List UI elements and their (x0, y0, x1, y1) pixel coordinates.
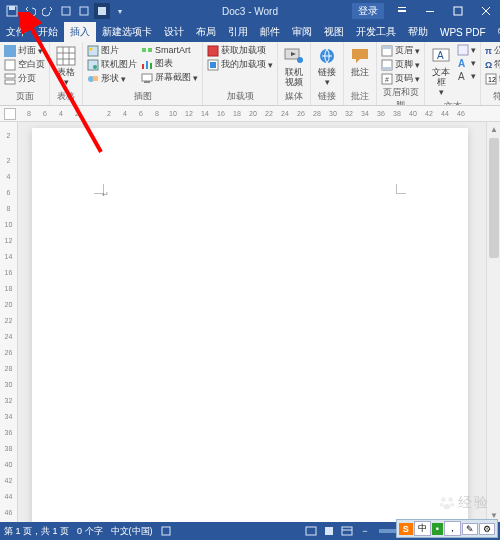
comment-button[interactable]: 批注 (348, 44, 372, 79)
login-button[interactable]: 登录 (352, 3, 384, 19)
page-break-button[interactable]: 分页 (4, 72, 45, 85)
tab-layout[interactable]: 布局 (190, 22, 222, 42)
wordart-button[interactable]: A▾ (457, 57, 476, 69)
group-label: 符号 (485, 89, 500, 105)
tab-home[interactable]: 开始 (32, 22, 64, 42)
dropcap-button[interactable]: A▾ (457, 70, 476, 82)
qat-button[interactable] (94, 3, 110, 19)
cover-page-button[interactable]: 封面 ▾ (4, 44, 45, 57)
svg-rect-13 (57, 47, 75, 65)
svg-rect-1 (9, 6, 15, 10)
get-addins-button[interactable]: 获取加载项 (207, 44, 273, 57)
tab-help[interactable]: 帮助 (402, 22, 434, 42)
text-parts-button[interactable]: ▾ (457, 44, 476, 56)
save-icon[interactable] (4, 3, 20, 19)
print-layout-icon[interactable] (321, 524, 337, 538)
footer-button[interactable]: 页脚 ▾ (381, 58, 420, 71)
svg-point-52 (441, 497, 446, 502)
vertical-scrollbar[interactable]: ▲ ▼ (486, 122, 500, 522)
svg-rect-22 (142, 64, 144, 69)
ime-chip[interactable]: ⚙ (479, 523, 495, 535)
svg-text:#: # (385, 76, 389, 83)
tab-special[interactable]: 特色功能 (492, 22, 500, 42)
status-word-count[interactable]: 0 个字 (77, 525, 103, 538)
online-video-button[interactable]: 联机视频 (282, 44, 306, 89)
svg-rect-34 (382, 46, 392, 49)
my-addins-button[interactable]: 我的加载项 ▾ (207, 58, 273, 71)
undo-icon[interactable] (22, 3, 38, 19)
watermark: 经验 (438, 494, 490, 512)
page-number-button[interactable]: #页码 ▾ (381, 72, 420, 85)
redo-icon[interactable] (40, 3, 56, 19)
ime-chip[interactable]: ， (444, 521, 461, 536)
svg-rect-48 (325, 527, 333, 535)
scrollbar-thumb[interactable] (489, 138, 499, 258)
group-addins: 获取加载项 我的加载项 ▾ 加载项 (203, 42, 278, 105)
shapes-button[interactable]: 形状 ▾ (87, 72, 137, 85)
zoom-out-icon[interactable]: − (357, 524, 373, 538)
group-label: 文本 (429, 99, 476, 106)
tab-design[interactable]: 设计 (158, 22, 190, 42)
svg-rect-10 (5, 60, 15, 70)
screenshot-button[interactable]: 屏幕截图 ▾ (141, 71, 198, 84)
svg-rect-36 (382, 67, 392, 70)
header-button[interactable]: 页眉 ▾ (381, 44, 420, 57)
table-button[interactable]: 表格▾ (54, 44, 78, 89)
ime-toolbar[interactable]: S 中 • ， ✎ ⚙ (396, 519, 498, 538)
smartart-button[interactable]: SmartArt (141, 44, 198, 56)
ribbon-options-icon[interactable] (388, 0, 416, 22)
tab-wps[interactable]: WPS PDF (434, 22, 492, 42)
document-page[interactable]: ↵ (32, 128, 468, 522)
qat-button[interactable] (58, 3, 74, 19)
close-icon[interactable] (472, 0, 500, 22)
textbox-button[interactable]: A 文本框▾ (429, 44, 453, 99)
svg-rect-8 (454, 7, 462, 15)
svg-text:A: A (458, 58, 465, 69)
web-layout-icon[interactable] (339, 524, 355, 538)
read-mode-icon[interactable] (303, 524, 319, 538)
ime-chip[interactable]: ✎ (462, 523, 478, 535)
vertical-ruler[interactable]: 2246810121416182022242628303234363840424… (0, 122, 18, 522)
tab-mailings[interactable]: 邮件 (254, 22, 286, 42)
number-button[interactable]: 12编号 (485, 72, 500, 85)
tab-developer[interactable]: 开发工具 (350, 22, 402, 42)
blank-page-button[interactable]: 空白页 (4, 58, 45, 71)
group-media: 联机视频 媒体 (278, 42, 311, 105)
status-page[interactable]: 第 1 页，共 1 页 (4, 525, 69, 538)
qat-more-icon[interactable]: ▾ (112, 3, 128, 19)
horizontal-ruler[interactable]: 8642246810121416182022242628303234363840… (0, 106, 500, 122)
svg-rect-7 (426, 11, 434, 12)
ime-chip[interactable]: 中 (414, 521, 431, 536)
svg-rect-49 (342, 527, 352, 535)
ime-chip[interactable]: • (432, 523, 443, 535)
qat-button[interactable] (76, 3, 92, 19)
svg-point-56 (443, 504, 450, 509)
tab-review[interactable]: 审阅 (286, 22, 318, 42)
chart-button[interactable]: 图表 (141, 57, 198, 70)
status-language[interactable]: 中文(中国) (111, 525, 153, 538)
group-symbols: π 公式 ▾ Ω 符号 ▾ 12编号 符号 (481, 42, 500, 105)
group-label: 加载项 (207, 89, 273, 105)
group-label: 页眉和页脚 (381, 85, 420, 106)
symbol-button[interactable]: Ω 符号 ▾ (485, 58, 500, 71)
tab-references[interactable]: 引用 (222, 22, 254, 42)
online-picture-button[interactable]: 联机图片 (87, 58, 137, 71)
quick-access-toolbar: ▾ (0, 3, 128, 19)
tab-view[interactable]: 视图 (318, 22, 350, 42)
document-area: 2246810121416182022242628303234363840424… (0, 122, 500, 522)
links-button[interactable]: 链接▾ (315, 44, 339, 89)
tab-selector[interactable] (4, 108, 16, 120)
tab-file[interactable]: 文件 (0, 22, 32, 42)
macro-icon[interactable] (161, 526, 171, 536)
maximize-icon[interactable] (444, 0, 472, 22)
window-title: Doc3 - Word (222, 6, 278, 17)
svg-point-53 (448, 497, 453, 502)
ime-chip[interactable]: S (399, 523, 413, 535)
scroll-up-icon[interactable]: ▲ (487, 122, 500, 136)
picture-button[interactable]: 图片 (87, 44, 137, 57)
tab-new[interactable]: 新建选项卡 (96, 22, 158, 42)
tab-insert[interactable]: 插入 (64, 22, 96, 42)
svg-point-55 (451, 503, 455, 507)
minimize-icon[interactable] (416, 0, 444, 22)
equation-button[interactable]: π 公式 ▾ (485, 44, 500, 57)
